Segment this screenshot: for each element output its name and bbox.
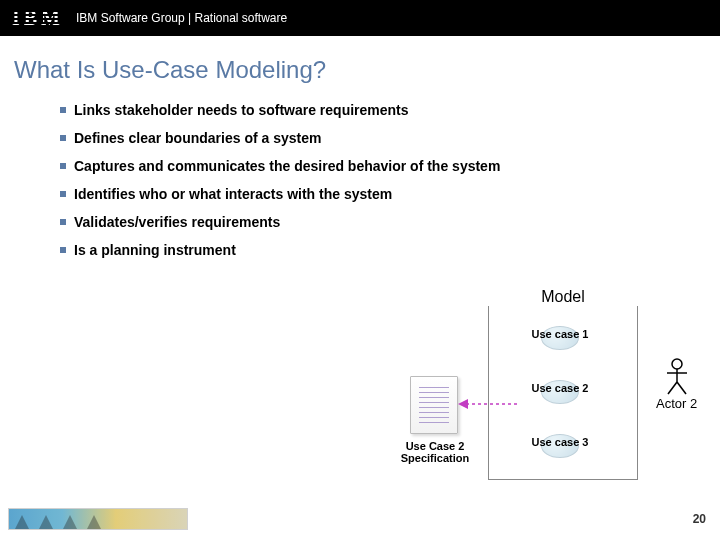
arrow-icon	[458, 398, 524, 410]
svg-marker-6	[458, 399, 468, 409]
footer-silhouette-icon	[87, 515, 101, 529]
svg-point-0	[672, 359, 682, 369]
svg-line-4	[677, 382, 686, 394]
usecase-2: Use case 2	[520, 380, 600, 416]
header-breadcrumb: IBM Software Group | Rational software	[76, 11, 287, 25]
model-diagram: Model Use case 1 Use case 2 Use case 3 A…	[360, 290, 710, 510]
usecase-1: Use case 1	[520, 326, 600, 362]
bullet-item: Identifies who or what interacts with th…	[60, 186, 720, 202]
footer-graphic	[8, 508, 188, 530]
footer-silhouette-icon	[15, 515, 29, 529]
footer-silhouette-icon	[39, 515, 53, 529]
ibm-logo: IBM	[12, 8, 64, 28]
actor-2: Actor 2	[656, 358, 697, 411]
slide-footer: 20	[0, 506, 720, 532]
actor-stickfigure-icon	[665, 358, 689, 396]
usecase-2-label: Use case 2	[520, 382, 600, 394]
bullet-item: Is a planning instrument	[60, 242, 720, 258]
bullet-item: Defines clear boundaries of a system	[60, 130, 720, 146]
usecase-3-label: Use case 3	[520, 436, 600, 448]
svg-line-3	[668, 382, 677, 394]
bullet-item: Validates/verifies requirements	[60, 214, 720, 230]
bullet-list: Links stakeholder needs to software requ…	[0, 94, 720, 258]
bullet-item: Links stakeholder needs to software requ…	[60, 102, 720, 118]
bullet-item: Captures and communicates the desired be…	[60, 158, 720, 174]
ibm-logo-text: IBM	[12, 8, 64, 28]
slide-title: What Is Use-Case Modeling?	[0, 36, 720, 94]
specification-label: Use Case 2 Specification	[380, 440, 490, 464]
document-icon	[410, 376, 458, 434]
footer-silhouette-icon	[63, 515, 77, 529]
model-label: Model	[488, 288, 638, 306]
usecase-3: Use case 3	[520, 434, 600, 470]
page-number: 20	[693, 512, 706, 526]
usecase-1-label: Use case 1	[520, 328, 600, 340]
header-bar: IBM IBM Software Group | Rational softwa…	[0, 0, 720, 36]
actor-label: Actor 2	[656, 396, 697, 411]
